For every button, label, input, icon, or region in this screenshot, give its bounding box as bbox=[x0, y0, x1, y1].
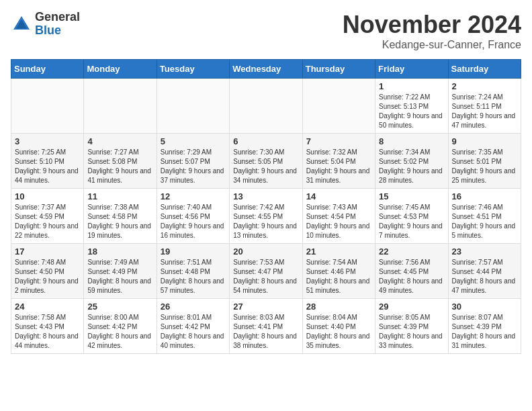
day-info: Sunrise: 8:01 AM Sunset: 4:42 PM Dayligh… bbox=[161, 313, 226, 351]
day-info: Sunrise: 7:37 AM Sunset: 4:59 PM Dayligh… bbox=[15, 203, 80, 240]
day-info: Sunrise: 7:49 AM Sunset: 4:49 PM Dayligh… bbox=[87, 258, 152, 295]
calendar-cell: 20Sunrise: 7:53 AM Sunset: 4:47 PM Dayli… bbox=[230, 244, 302, 299]
day-info: Sunrise: 8:03 AM Sunset: 4:41 PM Dayligh… bbox=[233, 313, 298, 351]
day-number: 22 bbox=[379, 246, 444, 257]
calendar-week-4: 24Sunrise: 7:58 AM Sunset: 4:43 PM Dayli… bbox=[11, 299, 521, 354]
day-info: Sunrise: 7:35 AM Sunset: 5:01 PM Dayligh… bbox=[452, 148, 517, 185]
calendar-cell: 27Sunrise: 8:03 AM Sunset: 4:41 PM Dayli… bbox=[230, 299, 302, 354]
day-info: Sunrise: 7:56 AM Sunset: 4:45 PM Dayligh… bbox=[379, 258, 444, 295]
calendar-week-3: 17Sunrise: 7:48 AM Sunset: 4:50 PM Dayli… bbox=[11, 244, 521, 299]
calendar-cell: 3Sunrise: 7:25 AM Sunset: 5:10 PM Daylig… bbox=[11, 134, 84, 189]
day-number: 5 bbox=[161, 136, 226, 146]
header-monday: Monday bbox=[84, 60, 157, 79]
day-number: 1 bbox=[379, 81, 444, 91]
day-info: Sunrise: 7:34 AM Sunset: 5:02 PM Dayligh… bbox=[379, 148, 444, 185]
day-info: Sunrise: 7:27 AM Sunset: 5:08 PM Dayligh… bbox=[87, 148, 152, 185]
day-number: 8 bbox=[379, 136, 444, 146]
logo-icon bbox=[11, 13, 32, 35]
calendar-cell: 14Sunrise: 7:43 AM Sunset: 4:54 PM Dayli… bbox=[302, 189, 375, 244]
calendar: Sunday Monday Tuesday Wednesday Thursday… bbox=[11, 59, 521, 354]
day-info: Sunrise: 7:43 AM Sunset: 4:54 PM Dayligh… bbox=[306, 203, 371, 240]
day-number: 14 bbox=[306, 191, 371, 201]
day-info: Sunrise: 7:22 AM Sunset: 5:13 PM Dayligh… bbox=[379, 93, 444, 130]
logo: General Blue bbox=[11, 11, 80, 38]
day-info: Sunrise: 8:04 AM Sunset: 4:40 PM Dayligh… bbox=[306, 313, 371, 351]
logo-blue: Blue bbox=[35, 24, 80, 38]
day-number: 28 bbox=[306, 302, 371, 312]
day-info: Sunrise: 7:53 AM Sunset: 4:47 PM Dayligh… bbox=[233, 258, 298, 295]
calendar-week-1: 3Sunrise: 7:25 AM Sunset: 5:10 PM Daylig… bbox=[11, 134, 521, 189]
calendar-header: Sunday Monday Tuesday Wednesday Thursday… bbox=[11, 60, 521, 79]
calendar-cell: 26Sunrise: 8:01 AM Sunset: 4:42 PM Dayli… bbox=[157, 299, 229, 354]
calendar-cell: 18Sunrise: 7:49 AM Sunset: 4:49 PM Dayli… bbox=[84, 244, 157, 299]
calendar-cell: 17Sunrise: 7:48 AM Sunset: 4:50 PM Dayli… bbox=[11, 244, 84, 299]
header-row: Sunday Monday Tuesday Wednesday Thursday… bbox=[11, 60, 521, 79]
day-number: 12 bbox=[161, 191, 226, 201]
day-info: Sunrise: 7:51 AM Sunset: 4:48 PM Dayligh… bbox=[161, 258, 226, 295]
day-number: 30 bbox=[452, 302, 517, 312]
calendar-cell: 7Sunrise: 7:32 AM Sunset: 5:04 PM Daylig… bbox=[302, 134, 375, 189]
calendar-cell: 6Sunrise: 7:30 AM Sunset: 5:05 PM Daylig… bbox=[230, 134, 302, 189]
day-info: Sunrise: 7:58 AM Sunset: 4:43 PM Dayligh… bbox=[15, 313, 80, 351]
calendar-cell bbox=[11, 79, 84, 134]
calendar-cell: 9Sunrise: 7:35 AM Sunset: 5:01 PM Daylig… bbox=[448, 134, 521, 189]
header: General Blue November 2024 Kedange-sur-C… bbox=[11, 11, 521, 51]
day-info: Sunrise: 7:38 AM Sunset: 4:58 PM Dayligh… bbox=[87, 203, 152, 240]
location: Kedange-sur-Canner, France bbox=[343, 39, 521, 51]
day-number: 20 bbox=[233, 246, 298, 257]
calendar-cell: 28Sunrise: 8:04 AM Sunset: 4:40 PM Dayli… bbox=[302, 299, 375, 354]
day-number: 11 bbox=[87, 191, 152, 201]
calendar-cell: 11Sunrise: 7:38 AM Sunset: 4:58 PM Dayli… bbox=[84, 189, 157, 244]
logo-general: General bbox=[35, 11, 80, 24]
day-info: Sunrise: 7:57 AM Sunset: 4:44 PM Dayligh… bbox=[452, 258, 517, 295]
calendar-cell: 12Sunrise: 7:40 AM Sunset: 4:56 PM Dayli… bbox=[157, 189, 229, 244]
header-saturday: Saturday bbox=[448, 60, 521, 79]
header-tuesday: Tuesday bbox=[157, 60, 229, 79]
calendar-cell: 21Sunrise: 7:54 AM Sunset: 4:46 PM Dayli… bbox=[302, 244, 375, 299]
day-number: 9 bbox=[452, 136, 517, 146]
day-number: 15 bbox=[379, 191, 444, 201]
day-number: 13 bbox=[233, 191, 298, 201]
day-number: 26 bbox=[161, 302, 226, 312]
calendar-cell: 19Sunrise: 7:51 AM Sunset: 4:48 PM Dayli… bbox=[157, 244, 229, 299]
header-sunday: Sunday bbox=[11, 60, 84, 79]
calendar-cell: 30Sunrise: 8:07 AM Sunset: 4:39 PM Dayli… bbox=[448, 299, 521, 354]
day-info: Sunrise: 7:24 AM Sunset: 5:11 PM Dayligh… bbox=[452, 93, 517, 130]
day-info: Sunrise: 8:00 AM Sunset: 4:42 PM Dayligh… bbox=[87, 313, 152, 351]
day-number: 6 bbox=[233, 136, 298, 146]
calendar-cell: 22Sunrise: 7:56 AM Sunset: 4:45 PM Dayli… bbox=[375, 244, 448, 299]
day-number: 19 bbox=[161, 246, 226, 257]
day-number: 2 bbox=[452, 81, 517, 91]
day-info: Sunrise: 7:25 AM Sunset: 5:10 PM Dayligh… bbox=[15, 148, 80, 185]
day-info: Sunrise: 8:07 AM Sunset: 4:39 PM Dayligh… bbox=[452, 313, 517, 351]
calendar-cell: 15Sunrise: 7:45 AM Sunset: 4:53 PM Dayli… bbox=[375, 189, 448, 244]
calendar-cell: 29Sunrise: 8:05 AM Sunset: 4:39 PM Dayli… bbox=[375, 299, 448, 354]
calendar-cell: 5Sunrise: 7:29 AM Sunset: 5:07 PM Daylig… bbox=[157, 134, 229, 189]
day-number: 3 bbox=[15, 136, 80, 146]
day-number: 17 bbox=[15, 246, 80, 257]
title-area: November 2024 Kedange-sur-Canner, France bbox=[343, 11, 521, 51]
calendar-cell: 13Sunrise: 7:42 AM Sunset: 4:55 PM Dayli… bbox=[230, 189, 302, 244]
calendar-cell: 8Sunrise: 7:34 AM Sunset: 5:02 PM Daylig… bbox=[375, 134, 448, 189]
day-number: 16 bbox=[452, 191, 517, 201]
calendar-body: 1Sunrise: 7:22 AM Sunset: 5:13 PM Daylig… bbox=[11, 79, 521, 354]
calendar-cell bbox=[302, 79, 375, 134]
day-info: Sunrise: 7:42 AM Sunset: 4:55 PM Dayligh… bbox=[233, 203, 298, 240]
calendar-cell: 10Sunrise: 7:37 AM Sunset: 4:59 PM Dayli… bbox=[11, 189, 84, 244]
day-info: Sunrise: 7:46 AM Sunset: 4:51 PM Dayligh… bbox=[452, 203, 517, 240]
day-number: 27 bbox=[233, 302, 298, 312]
day-number: 18 bbox=[87, 246, 152, 257]
logo-text: General Blue bbox=[35, 11, 80, 38]
day-info: Sunrise: 7:40 AM Sunset: 4:56 PM Dayligh… bbox=[161, 203, 226, 240]
calendar-cell: 25Sunrise: 8:00 AM Sunset: 4:42 PM Dayli… bbox=[84, 299, 157, 354]
day-number: 24 bbox=[15, 302, 80, 312]
day-number: 29 bbox=[379, 302, 444, 312]
day-number: 25 bbox=[87, 302, 152, 312]
calendar-cell: 1Sunrise: 7:22 AM Sunset: 5:13 PM Daylig… bbox=[375, 79, 448, 134]
day-info: Sunrise: 8:05 AM Sunset: 4:39 PM Dayligh… bbox=[379, 313, 444, 351]
calendar-cell: 16Sunrise: 7:46 AM Sunset: 4:51 PM Dayli… bbox=[448, 189, 521, 244]
calendar-week-0: 1Sunrise: 7:22 AM Sunset: 5:13 PM Daylig… bbox=[11, 79, 521, 134]
calendar-cell: 2Sunrise: 7:24 AM Sunset: 5:11 PM Daylig… bbox=[448, 79, 521, 134]
calendar-week-2: 10Sunrise: 7:37 AM Sunset: 4:59 PM Dayli… bbox=[11, 189, 521, 244]
calendar-cell bbox=[84, 79, 157, 134]
